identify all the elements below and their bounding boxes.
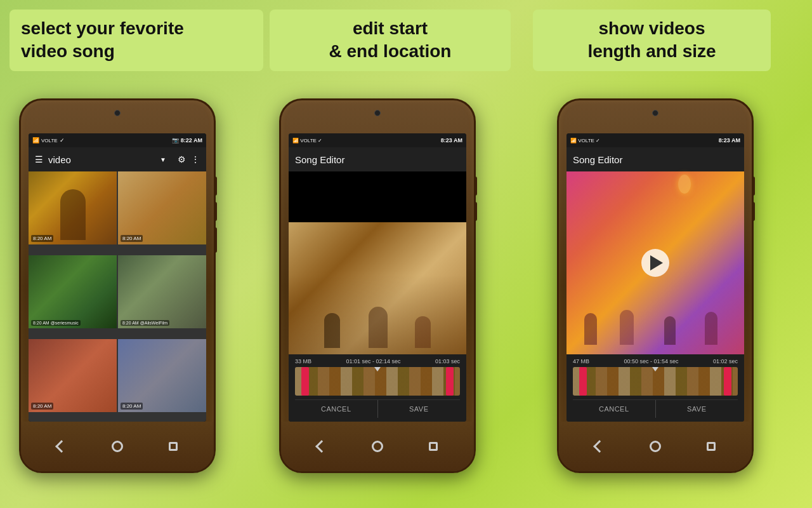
status-bar-2: 📶 VOLTE ✓ 8:23 AM xyxy=(289,133,466,147)
video-black-area xyxy=(289,171,466,222)
hamburger-icon[interactable]: ☰ xyxy=(35,154,43,164)
timeline-3[interactable] xyxy=(573,367,738,396)
cancel-button-3[interactable]: CANCEL xyxy=(573,400,655,418)
video-thumb-3[interactable]: 8:20 AM @seriesmusic xyxy=(29,255,117,328)
editor-controls-2: 33 MB 01:01 sec - 02:14 sec 01:03 sec CA… xyxy=(289,354,466,422)
video-thumb-1[interactable]: 8:20 AM xyxy=(29,171,117,244)
timeline-handle-right-2[interactable] xyxy=(446,367,454,396)
home-button-3[interactable] xyxy=(645,436,665,457)
appbar-3: Song Editor xyxy=(566,147,744,171)
phone-1-nav xyxy=(21,422,214,471)
caption-1: select your fevorite video song xyxy=(10,10,263,71)
phone-3: 📶 VOLTE ✓ 8:23 AM Song Editor xyxy=(557,98,754,473)
phone-2-nav xyxy=(281,422,474,471)
back-button-2[interactable] xyxy=(311,436,332,457)
phone-3-body: 📶 VOLTE ✓ 8:23 AM Song Editor xyxy=(557,98,754,473)
file-size-3: 47 MB xyxy=(573,358,589,364)
video-preview-3[interactable] xyxy=(566,171,744,354)
video-3-timestamp: 8:20 AM @seriesmusic xyxy=(31,320,81,326)
caption-2: edit start & end location xyxy=(270,10,511,71)
recents-button-3[interactable] xyxy=(701,436,721,457)
phone-2-screen: 📶 VOLTE ✓ 8:23 AM Song Editor xyxy=(289,133,466,422)
phone-2-body: 📶 VOLTE ✓ 8:23 AM Song Editor xyxy=(279,98,476,473)
video-thumb-6[interactable]: 8:20 AM xyxy=(118,339,206,412)
phone-3-camera xyxy=(652,110,658,116)
timeline-2[interactable] xyxy=(295,367,460,396)
timeline-marker-2 xyxy=(374,367,381,371)
status-bar-1: 📶 VOLTE ✓ 📷 8:22 AM xyxy=(29,133,206,147)
vol-up-button-3[interactable] xyxy=(752,177,755,196)
timeline-handle-left-2[interactable] xyxy=(301,367,309,396)
status-bar-3: 📶 VOLTE ✓ 8:23 AM xyxy=(566,133,744,147)
dropdown-icon[interactable]: ▼ xyxy=(160,156,166,163)
video-4-timestamp: 8:20 AM @AlisWelFilm xyxy=(121,320,169,326)
back-button-3[interactable] xyxy=(589,436,610,457)
video-6-timestamp: 8:20 AM xyxy=(121,403,143,410)
appbar-1-title: video xyxy=(48,154,155,165)
power-button[interactable] xyxy=(214,227,217,253)
recents-button-2[interactable] xyxy=(423,436,443,457)
cancel-button-2[interactable]: CANCEL xyxy=(295,400,377,418)
vol-down-button[interactable] xyxy=(214,202,217,221)
phone-1-screen: 📶 VOLTE ✓ 📷 8:22 AM ☰ video ▼ ⚙ ⋮ xyxy=(29,133,206,422)
duration-3: 01:02 sec xyxy=(713,358,738,364)
editor-buttons-3: CANCEL SAVE xyxy=(573,399,738,418)
save-button-2[interactable]: SAVE xyxy=(378,400,461,418)
video-thumb-2[interactable]: 8:20 AM xyxy=(118,171,206,244)
play-button-3[interactable] xyxy=(641,249,669,277)
filter-icon[interactable]: ⚙ xyxy=(178,154,186,164)
video-preview-2[interactable] xyxy=(289,222,466,354)
phone-2-camera xyxy=(374,110,381,116)
home-button-1[interactable] xyxy=(107,436,128,457)
appbar-2: Song Editor xyxy=(289,147,466,171)
vol-up-button[interactable] xyxy=(214,177,217,196)
file-size-2: 33 MB xyxy=(295,358,311,364)
video-thumb-5[interactable]: 8:20 AM xyxy=(29,339,117,412)
editor-buttons-2: CANCEL SAVE xyxy=(295,399,460,418)
back-button-1[interactable] xyxy=(51,436,72,457)
phone-1: 📶 VOLTE ✓ 📷 8:22 AM ☰ video ▼ ⚙ ⋮ xyxy=(19,98,216,473)
home-button-2[interactable] xyxy=(367,436,388,457)
video-grid: 8:20 AM 8:20 AM 8:20 AM @seriesmusic 8:2… xyxy=(29,171,206,422)
appbar-3-title: Song Editor xyxy=(573,154,738,165)
duration-2: 01:03 sec xyxy=(435,358,460,364)
phone-2: 📶 VOLTE ✓ 8:23 AM Song Editor xyxy=(279,98,476,473)
video-5-timestamp: 8:20 AM xyxy=(31,403,53,410)
phone-3-screen: 📶 VOLTE ✓ 8:23 AM Song Editor xyxy=(566,133,744,422)
video-thumb-4[interactable]: 8:20 AM @AlisWelFilm xyxy=(118,255,206,328)
timeline-marker-3 xyxy=(652,367,658,371)
vol-up-button-2[interactable] xyxy=(474,177,477,196)
time-range-2: 01:01 sec - 02:14 sec xyxy=(346,358,400,364)
phone-1-body: 📶 VOLTE ✓ 📷 8:22 AM ☰ video ▼ ⚙ ⋮ xyxy=(19,98,216,473)
video-1-timestamp: 8:20 AM xyxy=(31,235,53,242)
vol-down-button-2[interactable] xyxy=(474,202,477,221)
appbar-1: ☰ video ▼ ⚙ ⋮ xyxy=(29,147,206,171)
phone-1-camera xyxy=(114,110,121,116)
video-2-timestamp: 8:20 AM xyxy=(121,235,143,242)
recents-button-1[interactable] xyxy=(163,436,183,457)
editor-controls-3: 47 MB 00:50 sec - 01:54 sec 01:02 sec CA… xyxy=(566,354,744,422)
timeline-handle-right-3[interactable] xyxy=(724,367,731,396)
timeline-handle-left-3[interactable] xyxy=(579,367,587,396)
more-icon[interactable]: ⋮ xyxy=(191,154,200,164)
vol-down-button-3[interactable] xyxy=(752,202,755,221)
caption-3: show videos length and size xyxy=(533,10,771,71)
time-range-3: 00:50 sec - 01:54 sec xyxy=(624,358,678,364)
appbar-2-title: Song Editor xyxy=(295,154,460,165)
save-button-3[interactable]: SAVE xyxy=(656,400,738,418)
phone-3-nav xyxy=(559,422,752,471)
